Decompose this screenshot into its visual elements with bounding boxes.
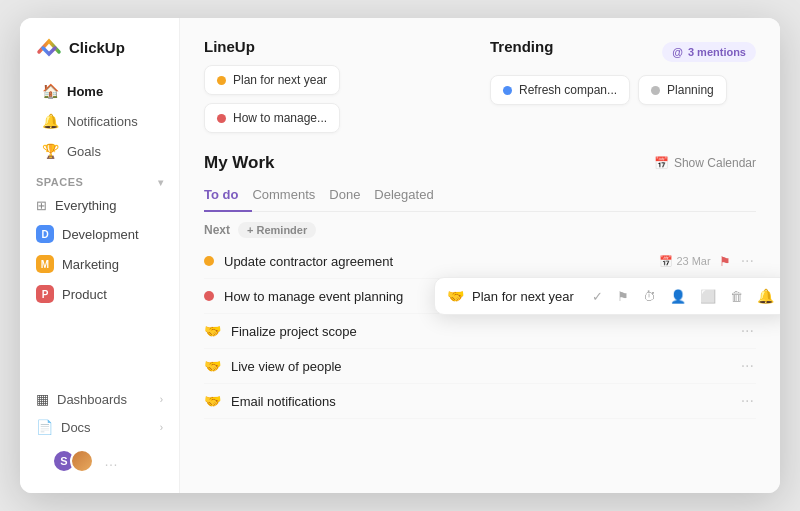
app-window: ClickUp 🏠 Home 🔔 Notifications 🏆 Goals S… — [20, 18, 780, 493]
refresh-dot — [503, 86, 512, 95]
user-menu-dots: … — [104, 453, 118, 469]
task-row[interactable]: How to manage event planning 📅 21 Mar ⚑ … — [204, 279, 756, 314]
lineup-cards: Plan for next year How to manage... — [204, 65, 470, 133]
mentions-count: 3 mentions — [688, 46, 746, 58]
home-icon: 🏠 — [42, 83, 58, 99]
task-row[interactable]: 🤝 Live view of people ··· — [204, 349, 756, 384]
development-icon: D — [36, 225, 54, 243]
avatar-stack: S — [52, 449, 94, 473]
trending-title: Trending — [490, 38, 553, 55]
tooltip-actions: ✓ ⚑ ⏱ 👤 ⬜ 🗑 🔔 — [590, 286, 776, 306]
space-marketing-label: Marketing — [62, 257, 119, 272]
spaces-section-label: Spaces ▾ — [20, 166, 179, 192]
main-content: LineUp Plan for next year How to manage.… — [180, 18, 780, 493]
avatar-photo — [70, 449, 94, 473]
lineup-title: LineUp — [204, 38, 470, 55]
task3-more-btn[interactable]: ··· — [739, 322, 756, 340]
sidebar-item-development[interactable]: D Development — [20, 219, 179, 249]
sidebar: ClickUp 🏠 Home 🔔 Notifications 🏆 Goals S… — [20, 18, 180, 493]
at-icon: @ — [672, 46, 683, 58]
task-row[interactable]: 🤝 Finalize project scope ··· — [204, 314, 756, 349]
tooltip-clock-btn[interactable]: ⏱ — [641, 287, 658, 306]
sidebar-item-marketing[interactable]: M Marketing — [20, 249, 179, 279]
tabs-row: To do Comments Done Delegated — [204, 181, 756, 212]
tooltip-task-icon: 🤝 — [447, 288, 464, 304]
task2-status-dot — [204, 291, 214, 301]
task1-more-btn[interactable]: ··· — [739, 252, 756, 270]
lineup-card-manage[interactable]: How to manage... — [204, 103, 340, 133]
trending-card-refresh-label: Refresh compan... — [519, 83, 617, 97]
mentions-badge[interactable]: @ 3 mentions — [662, 42, 756, 62]
trending-card-refresh[interactable]: Refresh compan... — [490, 75, 630, 105]
reminder-badge[interactable]: + Reminder — [238, 222, 316, 238]
space-development-label: Development — [62, 227, 139, 242]
tooltip-user-btn[interactable]: 👤 — [668, 287, 688, 306]
product-icon: P — [36, 285, 54, 303]
sidebar-item-goals[interactable]: 🏆 Goals — [26, 136, 173, 166]
top-row: LineUp Plan for next year How to manage.… — [204, 38, 756, 133]
tab-done[interactable]: Done — [329, 181, 374, 212]
tooltip-flag-btn[interactable]: ⚑ — [615, 287, 631, 306]
sidebar-item-home-label: Home — [67, 84, 103, 99]
space-product-label: Product — [62, 287, 107, 302]
tab-comments[interactable]: Comments — [252, 181, 329, 212]
trending-header-row: Trending @ 3 mentions — [490, 38, 756, 65]
dashboards-icon: ▦ — [36, 391, 49, 407]
task4-more-btn[interactable]: ··· — [739, 357, 756, 375]
task5-person-icon: 🤝 — [204, 393, 221, 409]
sidebar-item-notifications[interactable]: 🔔 Notifications — [26, 106, 173, 136]
sidebar-item-everything[interactable]: ⊞ Everything — [20, 192, 179, 219]
mywork-header: My Work 📅 Show Calendar — [204, 153, 756, 173]
sidebar-item-product[interactable]: P Product — [20, 279, 179, 309]
tooltip-square-btn[interactable]: ⬜ — [698, 287, 718, 306]
task3-name: Finalize project scope — [231, 324, 739, 339]
everything-icon: ⊞ — [36, 198, 47, 213]
app-logo: ClickUp — [20, 34, 179, 76]
lineup-card-plan[interactable]: Plan for next year — [204, 65, 340, 95]
task5-name: Email notifications — [231, 394, 739, 409]
space-everything-label: Everything — [55, 198, 116, 213]
sidebar-item-notifications-label: Notifications — [67, 114, 138, 129]
sidebar-item-goals-label: Goals — [67, 144, 101, 159]
task-tooltip-popup: 🤝 Plan for next year ✓ ⚑ ⏱ 👤 ⬜ 🗑 🔔 — [434, 277, 780, 315]
tooltip-trash-btn[interactable]: 🗑 — [728, 287, 745, 306]
spaces-chevron-icon: ▾ — [158, 177, 164, 188]
task3-person-icon: 🤝 — [204, 323, 221, 339]
next-section-label: Next + Reminder — [204, 212, 756, 244]
tooltip-check-btn[interactable]: ✓ — [590, 287, 605, 306]
sidebar-item-docs[interactable]: 📄 Docs › — [36, 413, 163, 441]
tab-delegated[interactable]: Delegated — [374, 181, 447, 212]
task4-name: Live view of people — [231, 359, 739, 374]
lineup-card-manage-label: How to manage... — [233, 111, 327, 125]
show-calendar-button[interactable]: 📅 Show Calendar — [654, 156, 756, 170]
task-row[interactable]: Update contractor agreement 📅 23 Mar ⚑ ·… — [204, 244, 756, 279]
task4-person-icon: 🤝 — [204, 358, 221, 374]
task1-flag-icon: ⚑ — [719, 254, 731, 269]
user-avatar-row[interactable]: S … — [36, 441, 163, 473]
task5-more-btn[interactable]: ··· — [739, 392, 756, 410]
tooltip-bell-btn[interactable]: 🔔 — [755, 286, 776, 306]
mywork-title: My Work — [204, 153, 275, 173]
trending-section: Trending @ 3 mentions Refresh compan... — [490, 38, 756, 133]
sidebar-docs-label: Docs — [61, 420, 91, 435]
lineup-card-plan-label: Plan for next year — [233, 73, 327, 87]
planning-dot — [651, 86, 660, 95]
manage-dot — [217, 114, 226, 123]
goals-icon: 🏆 — [42, 143, 58, 159]
calendar-icon: 📅 — [654, 156, 669, 170]
docs-chevron-icon: › — [160, 422, 163, 433]
marketing-icon: M — [36, 255, 54, 273]
dashboards-chevron-icon: › — [160, 394, 163, 405]
tab-todo[interactable]: To do — [204, 181, 252, 212]
main-panel: LineUp Plan for next year How to manage.… — [180, 18, 780, 493]
sidebar-item-home[interactable]: 🏠 Home — [26, 76, 173, 106]
task-row[interactable]: 🤝 Email notifications ··· — [204, 384, 756, 419]
trending-card-planning[interactable]: Planning — [638, 75, 727, 105]
sidebar-item-dashboards[interactable]: ▦ Dashboards › — [36, 385, 163, 413]
plan-dot — [217, 76, 226, 85]
task1-name: Update contractor agreement — [224, 254, 659, 269]
clickup-logo-icon — [36, 34, 62, 60]
app-name: ClickUp — [69, 39, 125, 56]
next-label: Next — [204, 223, 230, 237]
task1-date: 📅 23 Mar — [659, 255, 710, 268]
